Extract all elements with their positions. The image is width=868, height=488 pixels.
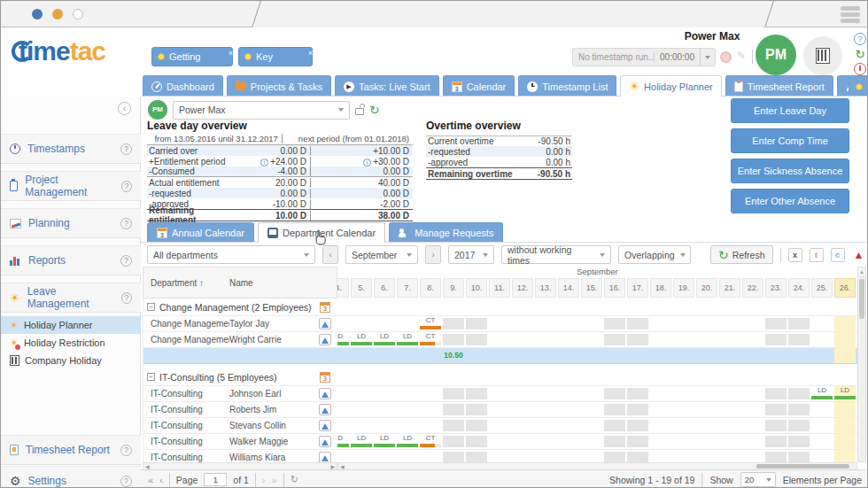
day-cell-17[interactable]	[627, 332, 648, 347]
day-cell-15[interactable]	[581, 418, 602, 433]
day-cell-10[interactable]	[466, 316, 487, 331]
close-icon[interactable]: ×	[229, 44, 233, 62]
day-cell-8[interactable]	[420, 418, 441, 433]
help-icon[interactable]: ?	[121, 181, 132, 192]
day-cell-11[interactable]	[489, 332, 510, 347]
collapse-group-icon[interactable]: −	[147, 373, 155, 381]
day-cell-16[interactable]	[604, 332, 625, 347]
day-cell-20[interactable]	[696, 434, 717, 449]
day-cell-24[interactable]	[788, 316, 810, 331]
getting-started-tab[interactable]: Getting Started×	[151, 47, 233, 66]
day-cell-19[interactable]	[673, 434, 694, 449]
day-cell-20[interactable]	[696, 332, 717, 347]
day-cell-25[interactable]	[811, 402, 833, 417]
sidebar-item-timesheet-report[interactable]: Timesheet Report?	[1, 435, 141, 465]
day-cell-16[interactable]	[604, 418, 625, 433]
day-header-19[interactable]: 19.	[673, 278, 694, 298]
tab-tasks-live-start[interactable]: ▶Tasks: Live Start	[335, 75, 439, 97]
day-cell-16[interactable]	[604, 386, 625, 401]
day-cell-5[interactable]	[351, 450, 372, 462]
excel-export-icon[interactable]: x	[788, 248, 802, 262]
day-cell-4[interactable]	[337, 386, 349, 401]
day-cell-20[interactable]	[696, 402, 717, 417]
day-header-14[interactable]: 14.	[558, 278, 579, 298]
working-times-select[interactable]: without working times	[501, 245, 611, 264]
day-cell-8[interactable]	[420, 402, 441, 417]
refresh-icon[interactable]: ↻	[291, 474, 298, 485]
day-header-5[interactable]: 5.	[351, 278, 372, 298]
day-cell-19[interactable]	[673, 418, 694, 433]
day-cell-6[interactable]	[374, 316, 395, 331]
day-cell-18[interactable]	[650, 386, 671, 401]
day-cell-21[interactable]	[719, 402, 740, 417]
next-page-icon[interactable]: ›	[262, 475, 266, 485]
day-cell-10[interactable]	[466, 434, 487, 449]
day-cell-5[interactable]: LD	[351, 434, 372, 449]
day-header-13[interactable]: 13.	[535, 278, 556, 298]
day-cell-8[interactable]: CT	[420, 316, 441, 331]
day-cell-20[interactable]	[696, 386, 717, 401]
day-cell-8[interactable]: CT	[420, 434, 441, 449]
overlapping-select[interactable]: Overlapping	[618, 245, 691, 264]
day-cell-10[interactable]	[466, 332, 487, 347]
day-cell-12[interactable]	[512, 450, 533, 462]
sidebar-item-settings[interactable]: ⚙Settings?	[1, 466, 141, 488]
month-select[interactable]: September	[345, 245, 418, 264]
help-icon[interactable]: ?	[120, 476, 132, 487]
day-cell-16[interactable]	[604, 316, 625, 331]
day-cell-15[interactable]	[581, 450, 602, 462]
refresh-icon[interactable]: ↻	[369, 104, 380, 116]
day-cell-24[interactable]	[788, 450, 810, 462]
enter-sickness-absence-button[interactable]: Enter Sickness Absence	[731, 159, 849, 183]
day-cell-4[interactable]	[337, 402, 349, 417]
edit-note-icon[interactable]: ✎	[737, 50, 746, 62]
day-cell-19[interactable]	[673, 402, 694, 417]
day-cell-8[interactable]: CT	[420, 332, 441, 347]
day-cell-5[interactable]	[351, 316, 372, 331]
day-cell-21[interactable]	[719, 332, 740, 347]
employee-row[interactable]: IT-ConsultingJohnson Earl	[143, 386, 337, 402]
day-cell-17[interactable]	[627, 434, 648, 449]
help-icon[interactable]: ?	[121, 292, 132, 304]
group-header-row[interactable]: −IT-Consulting (5 Employees)3	[143, 368, 337, 386]
day-cell-5[interactable]	[351, 386, 372, 401]
day-cell-18[interactable]	[650, 332, 671, 347]
day-cell-4[interactable]: LD	[337, 332, 349, 347]
day-cell-26[interactable]	[834, 450, 856, 462]
day-cell-23[interactable]	[765, 316, 787, 331]
tab-dashboard[interactable]: Dashboard	[143, 75, 223, 97]
day-cell-6[interactable]	[374, 402, 395, 417]
day-cell-22[interactable]	[742, 316, 763, 331]
info-icon[interactable]: i	[363, 159, 371, 167]
day-cell-25[interactable]	[811, 316, 833, 331]
day-cell-14[interactable]	[558, 434, 579, 449]
day-cell-6[interactable]	[374, 450, 395, 462]
day-cell-10[interactable]	[466, 418, 487, 433]
day-cell-4[interactable]: LD	[337, 434, 349, 449]
day-cell-25[interactable]	[811, 332, 833, 347]
day-header-11[interactable]: 11.	[489, 278, 510, 298]
day-cell-9[interactable]	[443, 386, 464, 401]
day-cell-11[interactable]	[489, 386, 510, 401]
day-cell-26[interactable]	[834, 402, 856, 417]
day-cell-22[interactable]	[742, 434, 763, 449]
day-cell-10[interactable]	[466, 386, 487, 401]
employee-row[interactable]: IT-ConsultingWilliams Kiara	[143, 450, 337, 462]
day-cell-10[interactable]	[466, 450, 487, 462]
day-cell-16[interactable]	[604, 450, 625, 462]
employee-row[interactable]: IT-ConsultingStevans Collin	[143, 418, 337, 434]
day-cell-23[interactable]	[765, 434, 787, 449]
day-cell-17[interactable]	[627, 450, 648, 462]
day-cell-26[interactable]	[834, 434, 856, 449]
scrollbar-thumb[interactable]	[756, 464, 849, 469]
day-cell-24[interactable]	[788, 332, 810, 347]
day-header-10[interactable]: 10.	[466, 278, 487, 298]
employee-row[interactable]: IT-ConsultingWalker Maggie	[143, 434, 337, 450]
day-cell-9[interactable]	[443, 402, 464, 417]
first-page-icon[interactable]: «	[148, 475, 153, 485]
employee-row[interactable]: IT-ConsultingRoberts Jim	[143, 402, 337, 418]
day-cell-11[interactable]	[489, 418, 510, 433]
ods-export-icon[interactable]: t	[810, 248, 824, 262]
timestamp-widget[interactable]: No timestamp run... 00:00:00	[572, 48, 716, 66]
day-cell-23[interactable]	[765, 332, 787, 347]
